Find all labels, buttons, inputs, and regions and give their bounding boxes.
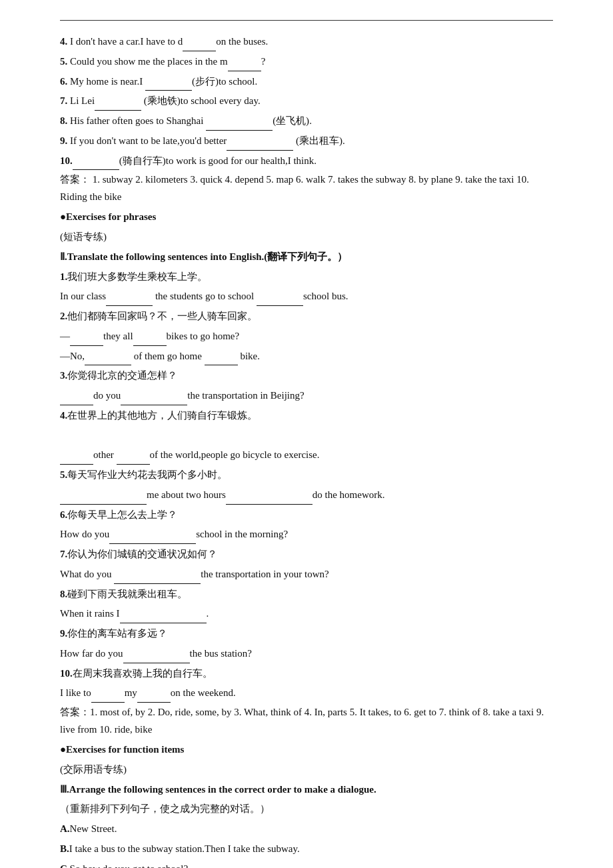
item-4-blank bbox=[183, 41, 216, 51]
dialogue-a: A.New Street. bbox=[60, 820, 553, 839]
t8-chinese: 8.碰到下雨天我就乘出租车。 bbox=[60, 585, 553, 604]
t3-blank2 bbox=[121, 395, 187, 405]
t2-chinese: 2.他们都骑车回家吗？不，一些人骑车回家。 bbox=[60, 307, 553, 326]
t8-english: When it rains I. bbox=[60, 605, 553, 623]
t10-chinese: 10.在周末我喜欢骑上我的自行车。 bbox=[60, 665, 553, 683]
item-7-text: Li Lei (乘地铁)to school every day. bbox=[70, 95, 261, 106]
item-5-label: 5. bbox=[60, 56, 67, 67]
t1-english: In our class the students go to school s… bbox=[60, 287, 553, 306]
section-function-header: ●Exercises for function items bbox=[60, 741, 553, 759]
t3-blank1 bbox=[60, 395, 93, 405]
item-7: 7. Li Lei (乘地铁)to school every day. bbox=[60, 92, 553, 111]
t6-blank1 bbox=[109, 533, 196, 544]
item-8-blank bbox=[206, 120, 273, 131]
t2-blank4 bbox=[205, 355, 238, 365]
t2-line2: —No, of them go home bike. bbox=[60, 347, 553, 366]
item-10: 10.(骑自行车)to work is good for our health,… bbox=[60, 152, 553, 171]
t4-blank1 bbox=[60, 454, 93, 465]
t2-blank1 bbox=[70, 335, 103, 346]
section-phrases-header: ●Exercises for phrases bbox=[60, 208, 553, 227]
main-content: 4. I don't have a car.I have to don the … bbox=[60, 33, 553, 868]
answers-2: 答案：1. most of, by 2. Do, ride, some, by … bbox=[60, 704, 553, 738]
item-4: 4. I don't have a car.I have to don the … bbox=[60, 33, 553, 51]
t5-english: me about two hoursdo the homework. bbox=[60, 486, 553, 505]
item-5-blank bbox=[228, 61, 261, 71]
item-4-label: 4. bbox=[60, 36, 67, 47]
roman-3-header: Ⅲ.Arrange the following sentences in the… bbox=[60, 781, 553, 799]
item-6-blank bbox=[145, 80, 192, 91]
t3-english: do youthe transportation in Beijing? bbox=[60, 387, 553, 405]
roman-2-header: Ⅱ.Translate the following sentences into… bbox=[60, 248, 553, 267]
t4-chinese: 4.在世界上的其他地方，人们骑自行车锻炼。 bbox=[60, 407, 553, 425]
t6-chinese: 6.你每天早上怎么去上学？ bbox=[60, 506, 553, 525]
item-5-text: Could you show me the places in the m? bbox=[70, 56, 265, 67]
t9-blank1 bbox=[123, 653, 190, 663]
item-6-label: 6. bbox=[60, 76, 67, 87]
t10-blank2 bbox=[137, 692, 171, 703]
item-8-text: His father often goes to Shanghai (坐飞机). bbox=[70, 115, 312, 126]
item-9-text: If you don't want to be late,you'd bette… bbox=[70, 135, 345, 146]
item-10-label: 10. bbox=[60, 155, 73, 166]
t6-english: How do youschool in the morning? bbox=[60, 525, 553, 544]
t2-blank3 bbox=[85, 355, 131, 365]
t4-blank2 bbox=[117, 454, 150, 465]
item-6: 6. My home is near.I (步行)to school. bbox=[60, 73, 553, 91]
item-10-blank bbox=[73, 159, 119, 170]
dialogue-c: C.So,how do you get to school? bbox=[60, 860, 553, 869]
item-9-label: 9. bbox=[60, 135, 67, 146]
dialogue-b: B.I take a bus to the subway station.The… bbox=[60, 840, 553, 859]
t1-blank2 bbox=[257, 295, 303, 306]
t7-blank1 bbox=[114, 573, 201, 584]
item-4-text-before: I don't have a car.I have to don the bus… bbox=[70, 36, 268, 47]
item-8-label: 8. bbox=[60, 115, 67, 126]
t5-chinese: 5.每天写作业大约花去我两个多小时。 bbox=[60, 466, 553, 485]
item-6-text: My home is near.I (步行)to school. bbox=[70, 76, 257, 87]
section-function-sub: (交际用语专练) bbox=[60, 761, 553, 779]
t10-english: I like tomyon the weekend. bbox=[60, 684, 553, 703]
t5-blank1 bbox=[60, 494, 147, 505]
item-8: 8. His father often goes to Shanghai (坐飞… bbox=[60, 112, 553, 131]
item-7-blank bbox=[95, 100, 141, 111]
t2-blank2 bbox=[133, 335, 167, 346]
top-divider bbox=[60, 20, 553, 21]
t9-chinese: 9.你住的离车站有多远？ bbox=[60, 625, 553, 643]
item-7-label: 7. bbox=[60, 95, 67, 106]
t1-blank1 bbox=[106, 295, 153, 306]
t7-chinese: 7.你认为你们城镇的交通状况如何？ bbox=[60, 545, 553, 564]
t10-blank1 bbox=[91, 692, 125, 703]
item-9: 9. If you don't want to be late,you'd be… bbox=[60, 132, 553, 151]
t5-blank2 bbox=[226, 494, 312, 505]
t1-chinese: 1.我们班大多数学生乘校车上学。 bbox=[60, 268, 553, 287]
item-9-blank bbox=[227, 140, 293, 151]
answers-1: 答案： 1. subway 2. kilometers 3. quick 4. … bbox=[60, 171, 553, 205]
section-phrases-sub: (短语专练) bbox=[60, 228, 553, 247]
item-5: 5. Could you show me the places in the m… bbox=[60, 53, 553, 71]
t4-english: other of the world,people go bicycle to … bbox=[60, 446, 553, 465]
t2-line1: —they allbikes to go home? bbox=[60, 327, 553, 346]
roman-3-chinese: （重新排列下列句子，使之成为完整的对话。） bbox=[60, 800, 553, 819]
t7-english: What do you the transportation in your t… bbox=[60, 565, 553, 584]
t4-spacer bbox=[60, 427, 553, 445]
t8-blank1 bbox=[120, 613, 207, 623]
t9-english: How far do youthe bus station? bbox=[60, 645, 553, 663]
t3-chinese: 3.你觉得北京的交通怎样？ bbox=[60, 367, 553, 385]
